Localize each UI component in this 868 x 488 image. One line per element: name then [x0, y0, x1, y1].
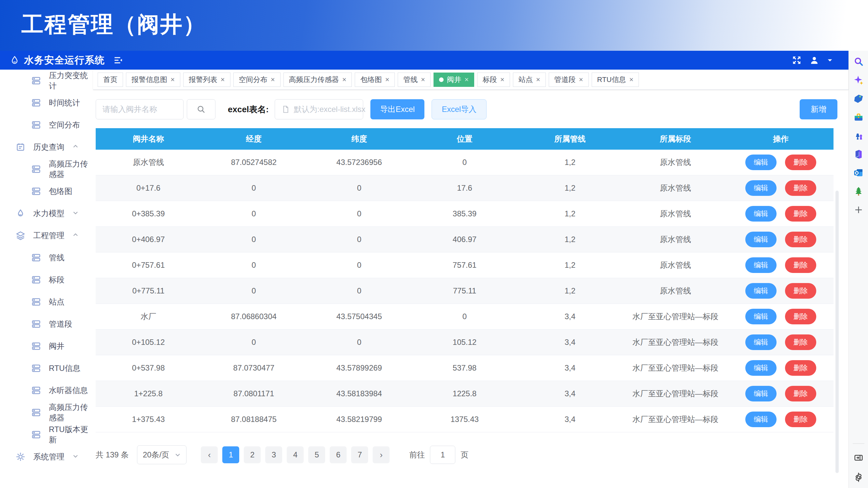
page-button-4[interactable]: 4: [287, 446, 304, 463]
edit-button[interactable]: 编辑: [745, 334, 777, 350]
export-excel-button[interactable]: 导出Excel: [370, 99, 425, 120]
tab-管线[interactable]: 管线×: [398, 72, 431, 87]
outlook-icon[interactable]: [853, 167, 864, 178]
edit-button[interactable]: 编辑: [745, 283, 777, 299]
delete-button[interactable]: 删除: [785, 180, 816, 196]
tab-close-icon[interactable]: ×: [500, 76, 504, 83]
tab-close-icon[interactable]: ×: [271, 76, 275, 83]
delete-button[interactable]: 删除: [785, 283, 816, 299]
delete-button[interactable]: 删除: [785, 386, 816, 401]
tab-管道段[interactable]: 管道段×: [549, 72, 589, 87]
page-button-1[interactable]: 1: [222, 446, 239, 463]
sidebar-item-valve-well[interactable]: 阀井: [0, 335, 93, 357]
user-menu-caret-icon[interactable]: [826, 57, 834, 64]
sidebar-item-rtu-info[interactable]: RTU信息: [0, 357, 93, 379]
grid-icon: [31, 319, 41, 329]
search-icon[interactable]: [853, 56, 864, 67]
sidebar-item-engineering-mgmt[interactable]: 工程管理: [0, 225, 93, 247]
sidebar-item-pipeline[interactable]: 管线: [0, 247, 93, 269]
delete-button[interactable]: 删除: [785, 155, 816, 170]
edit-button[interactable]: 编辑: [745, 180, 777, 196]
sidebar-item-system-mgmt[interactable]: 系统管理: [0, 446, 93, 468]
tab-标段[interactable]: 标段×: [477, 72, 510, 87]
tab-阀井[interactable]: 阀井×: [434, 72, 474, 87]
microsoft-365-icon[interactable]: [853, 149, 864, 160]
tab-close-icon[interactable]: ×: [385, 76, 389, 83]
edit-button[interactable]: 编辑: [745, 412, 777, 427]
sidebar-item-time-stats[interactable]: 时间统计: [0, 92, 93, 114]
edit-button[interactable]: 编辑: [745, 309, 777, 324]
sidebar-item-pipe-segment[interactable]: 管道段: [0, 313, 93, 335]
sidebar-item-rtu-version-update[interactable]: RTU版本更新: [0, 424, 93, 446]
tab-站点[interactable]: 站点×: [513, 72, 546, 87]
user-avatar-icon[interactable]: [809, 55, 819, 65]
add-icon[interactable]: [853, 204, 864, 215]
page-button-5[interactable]: 5: [308, 446, 325, 463]
sidebar-item-hf-pressure-sensor[interactable]: 高频压力传感器: [0, 158, 93, 180]
table-cell: 1,2: [517, 278, 623, 303]
search-button[interactable]: [187, 99, 215, 120]
copilot-icon[interactable]: [853, 74, 864, 86]
tab-close-icon[interactable]: ×: [579, 76, 583, 83]
delete-button[interactable]: 删除: [785, 334, 816, 350]
sidebar-item-spatial-distribution[interactable]: 空间分布: [0, 114, 93, 136]
edit-button[interactable]: 编辑: [745, 360, 777, 376]
tab-close-icon[interactable]: ×: [536, 76, 540, 83]
sidebar-item-hf-pressure-sensor-2[interactable]: 高频压力传感器: [0, 401, 93, 424]
tab-close-icon[interactable]: ×: [170, 76, 175, 83]
settings-icon[interactable]: [853, 472, 864, 483]
edit-button[interactable]: 编辑: [745, 155, 777, 170]
tab-高频压力传感器[interactable]: 高频压力传感器×: [283, 72, 352, 87]
page-button-3[interactable]: 3: [265, 446, 282, 463]
page-button-7[interactable]: 7: [351, 446, 368, 463]
tab-RTU信息[interactable]: RTU信息×: [592, 72, 639, 87]
search-input[interactable]: 请输入阀井名称: [96, 99, 184, 120]
edit-button[interactable]: 编辑: [745, 232, 777, 247]
page-button-2[interactable]: 2: [244, 446, 261, 463]
toolbox-icon[interactable]: [853, 111, 864, 123]
sidebar-item-hydraulic-model[interactable]: 水力模型: [0, 202, 93, 225]
sidebar-item-envelope-diagram[interactable]: 包络图: [0, 180, 93, 202]
tab-label: RTU信息: [597, 75, 626, 85]
sidebar-item-pressure-mutation-stats[interactable]: 压力突变统计: [0, 70, 93, 92]
delete-button[interactable]: 删除: [785, 232, 816, 247]
delete-button[interactable]: 删除: [785, 257, 816, 273]
sidebar-item-hydrophone-info[interactable]: 水听器信息: [0, 379, 93, 401]
tab-close-icon[interactable]: ×: [342, 76, 347, 83]
table-scrollbar[interactable]: [835, 191, 839, 473]
collapse-panel-icon[interactable]: [853, 452, 864, 463]
prev-page-button[interactable]: ‹: [201, 446, 218, 463]
tab-首页[interactable]: 首页: [98, 72, 123, 87]
tab-close-icon[interactable]: ×: [421, 76, 425, 83]
sidebar-fold-button[interactable]: [113, 55, 124, 65]
add-button[interactable]: 新增: [800, 99, 837, 120]
excel-name-input[interactable]: 默认为:excel-list.xlsx: [275, 99, 363, 120]
tab-报警列表[interactable]: 报警列表×: [183, 72, 230, 87]
tab-close-icon[interactable]: ×: [221, 76, 225, 83]
document-icon: [281, 105, 290, 113]
delete-button[interactable]: 删除: [785, 206, 816, 222]
tab-空间分布[interactable]: 空间分布×: [234, 72, 281, 87]
delete-button[interactable]: 删除: [785, 412, 816, 427]
delete-button[interactable]: 删除: [785, 309, 816, 324]
page-size-select[interactable]: 20条/页: [137, 445, 186, 464]
shopping-tag-icon[interactable]: [853, 93, 864, 104]
page-button-6[interactable]: 6: [330, 446, 347, 463]
games-icon[interactable]: [853, 130, 864, 141]
edit-button[interactable]: 编辑: [745, 386, 777, 401]
delete-button[interactable]: 删除: [785, 360, 816, 376]
tab-包络图[interactable]: 包络图×: [355, 72, 395, 87]
tab-close-icon[interactable]: ×: [464, 76, 469, 83]
tab-close-icon[interactable]: ×: [629, 76, 633, 83]
edit-button[interactable]: 编辑: [745, 257, 777, 273]
import-excel-button[interactable]: Excel导入: [432, 99, 487, 120]
tree-icon[interactable]: [853, 186, 864, 197]
sidebar-item-station[interactable]: 站点: [0, 291, 93, 313]
tab-报警信息图[interactable]: 报警信息图×: [126, 72, 180, 87]
edit-button[interactable]: 编辑: [745, 206, 777, 222]
sidebar-item-bid-section[interactable]: 标段: [0, 269, 93, 291]
goto-page-input[interactable]: [430, 446, 455, 464]
next-page-button[interactable]: ›: [373, 446, 390, 463]
fullscreen-button[interactable]: [791, 55, 802, 66]
sidebar-item-history-query[interactable]: 历史查询: [0, 136, 93, 158]
